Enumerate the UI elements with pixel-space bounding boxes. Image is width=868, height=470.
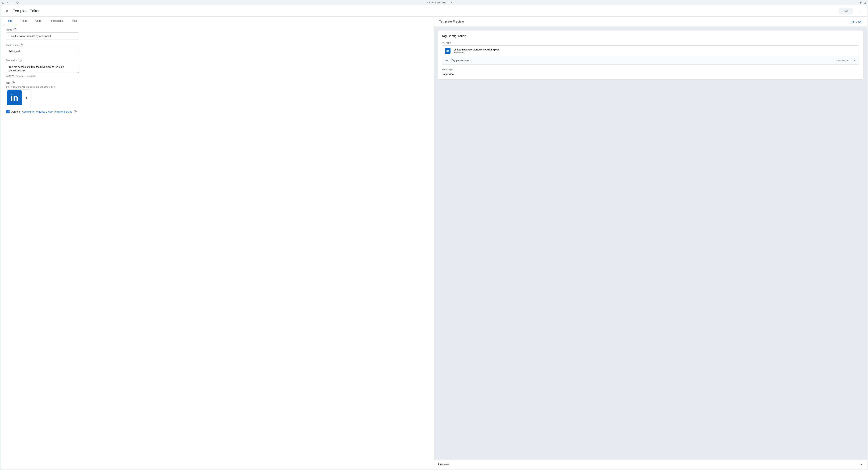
key-icon (445, 59, 448, 62)
linkedin-icon: in (7, 90, 22, 105)
tag-name: LinkedIn Conversion API by Addingwell (454, 48, 499, 51)
tab-tests[interactable]: Tests (67, 16, 81, 25)
terms-checkbox[interactable] (6, 110, 9, 113)
tab-info[interactable]: Info (4, 16, 16, 25)
svg-point-7 (860, 10, 860, 10)
browser-toolbar: tagmanager.google.com (0, 0, 868, 5)
svg-rect-13 (448, 60, 448, 61)
help-icon[interactable]: ? (12, 81, 14, 84)
close-icon[interactable] (5, 9, 9, 13)
icon-hint: Select only images that you have the rig… (6, 86, 429, 88)
app-window: Template Editor Save Info Fields Code Pe… (1, 5, 867, 469)
event-type-value: Page View (442, 72, 859, 75)
tag-type-label: Tag Type (442, 41, 859, 44)
brand-label: Brand name (6, 44, 19, 46)
permissions-count: 6 permissions (836, 59, 849, 62)
preview-title: Template Preview (439, 20, 464, 24)
tag-type-row[interactable]: in LinkedIn Conversion API by Addingwell… (442, 45, 859, 56)
tabs-icon[interactable] (864, 1, 866, 4)
agree-prefix: Agree to (11, 110, 21, 113)
description-label: Description (6, 59, 18, 62)
console-title: Console (438, 463, 449, 466)
save-button[interactable]: Save (839, 8, 852, 14)
svg-rect-12 (447, 60, 448, 61)
tab-permissions[interactable]: Permissions (45, 16, 67, 25)
description-input[interactable]: This tag sends data from the GA4 client … (6, 63, 79, 73)
svg-point-8 (860, 11, 860, 11)
help-icon[interactable]: ? (20, 43, 23, 46)
share-icon[interactable] (859, 1, 862, 4)
help-icon[interactable]: ? (13, 28, 16, 31)
help-icon[interactable]: ? (19, 59, 22, 62)
svg-point-9 (860, 12, 860, 12)
name-input[interactable] (6, 32, 79, 40)
editor-left-panel: Info Fields Code Permissions Tests Name … (1, 16, 434, 469)
icon-preview-wrap: in (6, 90, 31, 106)
event-type-label: Event Type (442, 68, 859, 71)
permissions-label: Tag permissions (452, 59, 469, 62)
linkedin-icon: in (445, 48, 451, 54)
delete-icon-button[interactable] (23, 94, 30, 101)
page-title: Template Editor (13, 9, 39, 13)
more-menu-icon[interactable] (856, 8, 863, 13)
tab-bar: Info Fields Code Permissions Tests (1, 16, 434, 25)
chevron-up-icon[interactable] (859, 463, 863, 466)
tab-fields[interactable]: Fields (16, 16, 31, 25)
tab-code[interactable]: Code (31, 16, 45, 25)
console-bar[interactable]: Console (434, 460, 867, 469)
url-text: tagmanager.google.com (429, 1, 452, 4)
sidebar-toggle-icon[interactable] (2, 1, 4, 4)
card-title: Tag Configuration (442, 34, 859, 38)
char-counter: 200/200 characters remaining (6, 75, 429, 77)
name-label: Name (6, 28, 12, 31)
chevron-right-icon (853, 59, 856, 62)
run-code-button[interactable]: Run Code (850, 20, 862, 23)
help-icon[interactable]: ? (74, 110, 76, 113)
brand-input[interactable] (6, 48, 79, 55)
reload-icon[interactable] (16, 1, 19, 4)
url-bar[interactable]: tagmanager.google.com (21, 1, 858, 4)
tag-permissions-row[interactable]: Tag permissions 6 permissions (442, 56, 859, 65)
preview-panel: Template Preview Run Code Tag Configurat… (434, 16, 867, 469)
svg-point-10 (445, 60, 447, 61)
back-icon[interactable] (7, 1, 9, 4)
svg-rect-0 (2, 2, 4, 3)
icon-label: Icon (6, 81, 10, 84)
svg-rect-11 (447, 60, 448, 61)
forward-icon[interactable] (11, 1, 14, 4)
tag-config-card: Tag Configuration Tag Type in LinkedIn C… (438, 31, 863, 79)
svg-rect-3 (864, 2, 866, 3)
editor-header: Template Editor Save (1, 5, 867, 16)
tag-brand: Addingwell (454, 51, 499, 54)
terms-link[interactable]: Community Template Gallery Terms of Serv… (22, 110, 72, 113)
